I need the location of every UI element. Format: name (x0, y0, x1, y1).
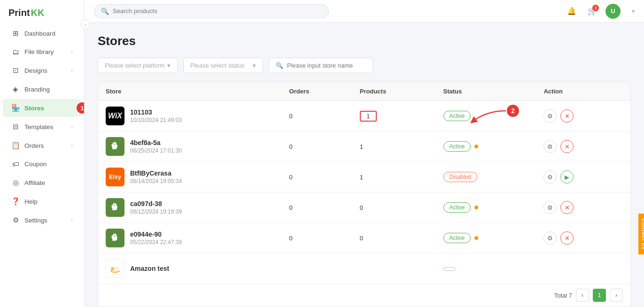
orders-cell: 0 (282, 162, 352, 192)
page-title: Stores (98, 34, 631, 48)
sidebar-item-label: Orders (24, 142, 44, 149)
store-cell: e0944e-90 05/22/2024 22:47:39 (98, 223, 282, 253)
table-row: ca097d-38 06/12/2024 19:19:39 0 0 Active (98, 192, 630, 223)
table-row: WiX 101103 10/10/2024 21:49:03 0 1 (98, 101, 630, 131)
settings-action-button[interactable]: ⚙ (543, 109, 557, 123)
status-cell: Disabled (436, 162, 536, 192)
orders-cell (282, 253, 352, 284)
notifications-button[interactable]: 🔔 (564, 4, 579, 19)
sidebar-item-dashboard[interactable]: ⊞ Dashboard (3, 24, 81, 42)
help-icon: ❓ (11, 197, 20, 206)
chevron-down-icon: ▾ (167, 62, 171, 69)
sidebar-item-help[interactable]: ❓ Help (3, 192, 81, 210)
table-row: Etsy BtfIByCerasa 06/14/2024 19:00:34 0 … (98, 162, 630, 192)
products-cell (352, 253, 436, 284)
chevron-right-icon: › (71, 68, 73, 73)
page-1-button[interactable]: 1 (593, 289, 606, 302)
delete-action-button[interactable]: ✕ (560, 109, 574, 123)
table-header-row: Store Orders Products Status Action (98, 82, 630, 101)
sidebar-item-stores[interactable]: 🏪 Stores 1 (3, 99, 81, 117)
delete-action-button[interactable]: ✕ (560, 201, 574, 214)
store-name-search[interactable]: 🔍 (269, 58, 373, 73)
table-row: 4bef8a-5a 06/25/2024 17:01:30 0 1 Active (98, 131, 630, 162)
col-store: Store (98, 82, 221, 101)
table-row: a Amazon test (98, 253, 630, 284)
annotation-2-badge: 2 (507, 105, 519, 117)
action-cell: ⚙ ▶ (536, 162, 630, 192)
enable-action-button[interactable]: ▶ (560, 170, 574, 184)
status-badge: Active (443, 111, 471, 121)
store-cell: ca097d-38 06/12/2024 19:19:39 (98, 192, 282, 223)
orders-cell: 0 (282, 131, 352, 162)
sidebar-item-settings[interactable]: ⚙ Settings › (3, 211, 81, 229)
store-name-input[interactable] (287, 62, 366, 69)
status-badge: Disabled (443, 172, 478, 182)
status-cell: Active (436, 223, 536, 253)
action-cell: ⚙ ✕ (536, 192, 630, 223)
store-date: 06/12/2024 19:19:39 (130, 208, 182, 215)
orders-icon: 📋 (11, 141, 20, 150)
platform-placeholder: Please select platform (105, 62, 165, 69)
search-input[interactable] (113, 8, 322, 15)
cart-badge: 3 (592, 5, 599, 11)
sidebar-item-file-library[interactable]: 🗂 File library › (3, 43, 81, 61)
product-search-box[interactable]: 🔍 (94, 4, 329, 18)
status-placeholder: Please select status (190, 62, 245, 69)
status-filter[interactable]: Please select status ▾ (183, 58, 263, 73)
products-cell: 1 (352, 131, 436, 162)
products-cell: 1 (352, 101, 436, 131)
dashboard-icon: ⊞ (11, 29, 20, 38)
sidebar-item-coupon[interactable]: 🏷 Coupon (3, 155, 81, 173)
table-row: e0944e-90 05/22/2024 22:47:39 0 0 Active (98, 223, 630, 253)
action-cell: ⚙ ✕ (536, 101, 630, 131)
settings-action-button[interactable]: ⚙ (543, 170, 557, 184)
contact-us-tab[interactable]: Contact us (638, 214, 644, 254)
platform-filter[interactable]: Please select platform ▾ (98, 58, 178, 73)
topbar-right: 🔔 🛒 3 U ▾ (564, 4, 635, 19)
action-cell: ⚙ ✕ (536, 223, 630, 253)
file-library-icon: 🗂 (11, 48, 20, 56)
next-page-button[interactable]: › (610, 289, 623, 302)
col-status: Status (436, 82, 536, 101)
orders-cell: 0 (282, 101, 352, 131)
avatar[interactable]: U (605, 4, 621, 19)
delete-action-button[interactable]: ✕ (560, 140, 574, 153)
store-name: BtfIByCerasa (130, 169, 182, 177)
stores-table-container: 2 Store Orders Products Status Action (98, 82, 631, 307)
delete-action-button[interactable]: ✕ (560, 231, 574, 245)
chevron-right-icon: › (71, 49, 73, 55)
sidebar-item-label: Designs (24, 67, 47, 74)
prev-page-button[interactable]: ‹ (576, 289, 589, 302)
products-highlight-box: 1 (360, 111, 377, 122)
orders-cell: 0 (282, 192, 352, 223)
store-date: 06/25/2024 17:01:30 (130, 147, 182, 154)
col-action: Action (536, 82, 630, 101)
sidebar-item-label: Dashboard (24, 30, 55, 37)
pagination-bar: Total 7 ‹ 1 › (98, 284, 630, 307)
store-logo: Etsy (106, 168, 124, 186)
chevron-right-icon: › (71, 143, 73, 148)
settings-action-button[interactable]: ⚙ (543, 140, 557, 153)
col-products: Products (352, 82, 436, 101)
products-cell: 0 (352, 192, 436, 223)
sidebar-collapse-button[interactable]: ‹ (81, 20, 90, 29)
store-cell: 4bef8a-5a 06/25/2024 17:01:30 (98, 131, 282, 162)
user-menu-chevron-icon[interactable]: ▾ (632, 8, 635, 15)
sidebar-item-designs[interactable]: ⊡ Designs › (3, 61, 81, 79)
status-badge: Active (443, 141, 471, 152)
settings-action-button[interactable]: ⚙ (543, 201, 557, 214)
status-dot (474, 236, 478, 240)
col-orders: Orders (282, 82, 352, 101)
sidebar-item-label: File library (24, 48, 54, 55)
templates-icon: ⊟ (11, 123, 20, 131)
sidebar-item-templates[interactable]: ⊟ Templates › (3, 118, 81, 136)
sidebar-item-branding[interactable]: ◈ Branding (3, 80, 81, 98)
sidebar-item-orders[interactable]: 📋 Orders › (3, 137, 81, 154)
status-badge (443, 267, 456, 271)
sidebar-item-affiliate[interactable]: ◎ Affiliate (3, 174, 81, 192)
sidebar: PrintKK ⊞ Dashboard 🗂 File library › ⊡ D… (0, 0, 85, 307)
cart-button[interactable]: 🛒 3 (585, 4, 600, 19)
app-logo: PrintKK (0, 0, 84, 24)
status-cell: Active (436, 101, 536, 131)
settings-action-button[interactable]: ⚙ (543, 231, 557, 245)
